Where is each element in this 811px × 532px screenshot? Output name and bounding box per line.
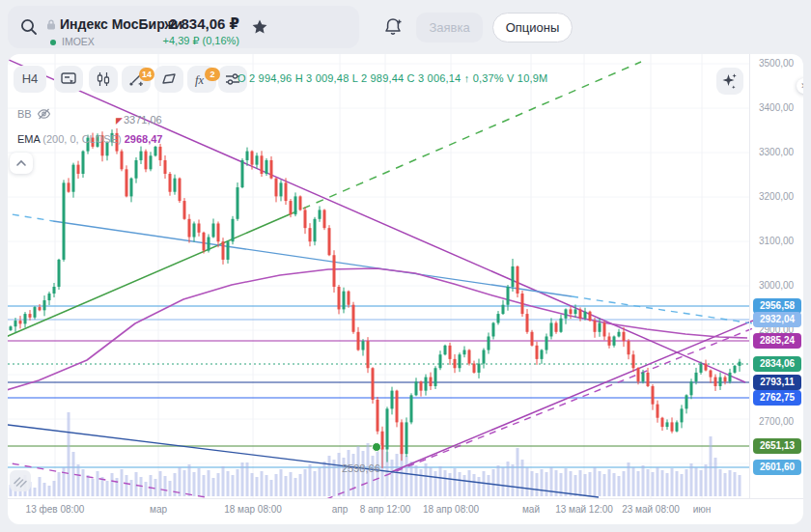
volume-bar	[512, 464, 515, 496]
candle-body	[53, 287, 56, 294]
volume-bar	[700, 470, 703, 496]
volume-bar	[328, 456, 331, 496]
candle-body	[714, 378, 717, 386]
volume-bar	[574, 475, 577, 496]
candle-body	[449, 346, 452, 359]
volume-bar	[690, 463, 693, 496]
candle-body	[729, 373, 732, 381]
candle-body	[420, 381, 423, 390]
price-level-badge: 2601,60	[753, 460, 801, 475]
indicators-button[interactable]: 2 fx	[187, 66, 216, 93]
volume-bar	[410, 462, 413, 496]
volume-bar	[82, 469, 85, 496]
bb-indicator-label[interactable]: BB	[17, 108, 32, 120]
candle-body	[666, 422, 669, 427]
candle-body	[251, 152, 254, 165]
volume-bar	[652, 472, 655, 496]
candle-body	[39, 307, 42, 310]
volume-bar	[208, 470, 210, 496]
chart-style-button[interactable]	[89, 66, 118, 93]
timeframe-button[interactable]: H4	[14, 66, 46, 93]
chart-annotation-label: ◤3371,06	[116, 114, 162, 126]
candle-body	[343, 292, 346, 310]
candle-body	[430, 378, 433, 386]
volume-bar	[352, 454, 355, 496]
volume-bar	[739, 475, 741, 496]
shapes-button[interactable]	[154, 66, 183, 93]
candle-body	[565, 309, 568, 318]
volume-bar	[34, 488, 37, 496]
candle-body	[652, 386, 655, 405]
volume-bar	[126, 475, 128, 496]
volume-bar	[541, 469, 544, 496]
volume-bar	[92, 479, 95, 496]
volume-bar	[280, 469, 283, 496]
candle-body	[208, 238, 210, 251]
candle-body	[531, 332, 534, 346]
ai-assistant-button[interactable]	[716, 68, 743, 95]
volume-bar	[492, 469, 495, 496]
favorite-star-icon[interactable]	[251, 18, 268, 36]
candle-body	[386, 408, 389, 449]
volume-bar	[517, 448, 519, 496]
volume-bar	[676, 471, 679, 496]
volume-bar	[290, 472, 293, 496]
volume-bar	[594, 467, 597, 496]
candle-body	[690, 381, 693, 395]
candle-body	[661, 418, 664, 427]
candle-body	[314, 219, 317, 241]
candle-body	[285, 182, 288, 201]
alert-bell-icon[interactable]	[382, 16, 404, 38]
volume-bar	[237, 469, 239, 496]
drawing-tools-button[interactable]: 14	[122, 66, 151, 93]
candle-body	[77, 165, 80, 174]
volume-bar	[227, 471, 230, 496]
volume-bar	[420, 469, 423, 496]
order-button[interactable]: Заявка	[416, 13, 483, 42]
visibility-eye-slash-icon[interactable]	[37, 107, 51, 121]
volume-bar	[323, 462, 326, 496]
volume-bar	[183, 470, 186, 496]
instrument-search-pill[interactable]: Индекс МосБиржи IMOEX 2 834,06 ₽ +4,39 ₽…	[8, 6, 359, 48]
candle-body	[183, 201, 186, 219]
candle-body	[179, 179, 182, 201]
volume-bar	[188, 464, 191, 496]
legend-collapse-button[interactable]	[10, 153, 33, 174]
instrument-title: Индекс МосБиржи	[60, 16, 182, 32]
candle-body	[72, 165, 75, 192]
candle-body	[536, 346, 539, 359]
ema-indicator-label[interactable]: EMA (200, 0, CLOSE) 2968,47	[17, 133, 162, 145]
volume-bar	[63, 467, 66, 496]
candle-body	[401, 422, 404, 454]
volume-bar	[623, 471, 626, 496]
lock-icon	[46, 19, 56, 30]
volume-bar	[217, 473, 220, 496]
candle-body	[333, 255, 336, 287]
time-axis-label: 8 апр 12:00	[360, 504, 411, 515]
candle-body	[642, 373, 645, 381]
candle-body	[719, 378, 722, 386]
volume-bar	[719, 469, 722, 496]
volume-bar	[632, 467, 635, 496]
ascending-purple	[391, 321, 753, 472]
candle-body	[193, 223, 196, 237]
candle-body	[323, 210, 326, 228]
search-icon[interactable]	[19, 17, 39, 37]
volume-bar	[48, 486, 51, 496]
options-button[interactable]: Опционы	[492, 13, 573, 42]
candle-body	[396, 391, 399, 423]
candle-body	[434, 368, 437, 386]
candle-body	[309, 228, 312, 241]
time-axis-label: 13 фев 08:00	[26, 504, 85, 515]
candle-body	[328, 228, 331, 255]
volume-bar	[685, 469, 688, 496]
volume-bar	[449, 473, 452, 496]
candle-body	[517, 266, 519, 294]
volume-bar	[603, 474, 606, 496]
candle-body	[555, 322, 558, 331]
layout-panel-button[interactable]	[54, 66, 83, 93]
volume-bar	[270, 480, 273, 496]
candle-body	[406, 422, 408, 454]
volume-bar	[637, 471, 640, 496]
volume-bar	[439, 466, 442, 496]
